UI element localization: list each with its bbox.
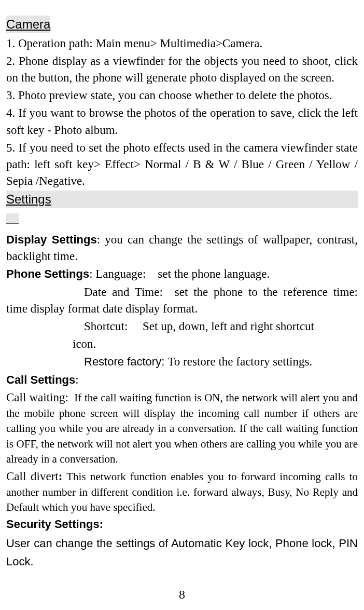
phone-settings-datetime: Date and Time: set the phone to the refe… xyxy=(6,284,358,317)
camera-step-5: 5. If you need to set the photo effects … xyxy=(6,140,358,190)
section-heading-camera: Camera xyxy=(6,16,50,33)
security-settings-text: User can change the settings of Automati… xyxy=(6,534,358,571)
camera-step-3: 3. Photo preview state, you can choose w… xyxy=(6,87,358,104)
page-number: 8 xyxy=(0,586,364,604)
call-waiting-para: Call waiting: If the call waiting functi… xyxy=(6,389,358,467)
section-heading-settings: Settings xyxy=(6,191,358,208)
phone-settings-label: Phone Settings xyxy=(6,267,89,280)
camera-step-2: 2. Phone display as a viewfinder for the… xyxy=(6,53,358,86)
display-settings-para: Display Settings: you can change the set… xyxy=(6,232,358,265)
phone-settings-shortcut: Shortcut: Set up, down, left and right s… xyxy=(6,318,358,335)
call-divert-label: Call divert xyxy=(6,470,59,483)
phone-settings-language-text: : Language: set the phone language. xyxy=(89,267,270,280)
call-settings-label: Call Settings xyxy=(6,373,75,386)
security-settings-label: Security Settings: xyxy=(6,518,103,531)
phone-settings-shortcut-cont: icon. xyxy=(6,336,358,353)
call-waiting-label: Call waiting: xyxy=(6,391,68,404)
phone-settings-language: Phone Settings: Language: set the phone … xyxy=(6,266,358,282)
camera-step-1: 1. Operation path: Main menu> Multimedia… xyxy=(6,35,358,52)
display-settings-label: Display Settings xyxy=(6,233,97,246)
security-settings-heading: Security Settings: xyxy=(6,516,358,533)
call-settings-heading: Call Settings: xyxy=(6,372,358,388)
call-divert-para: Call divert: This network function enabl… xyxy=(6,468,358,516)
camera-step-4: 4. If you want to browse the photos of t… xyxy=(6,105,358,138)
phone-settings-restore: Restore factory: To restore the factory … xyxy=(6,354,358,370)
empty-highlight xyxy=(6,213,19,224)
